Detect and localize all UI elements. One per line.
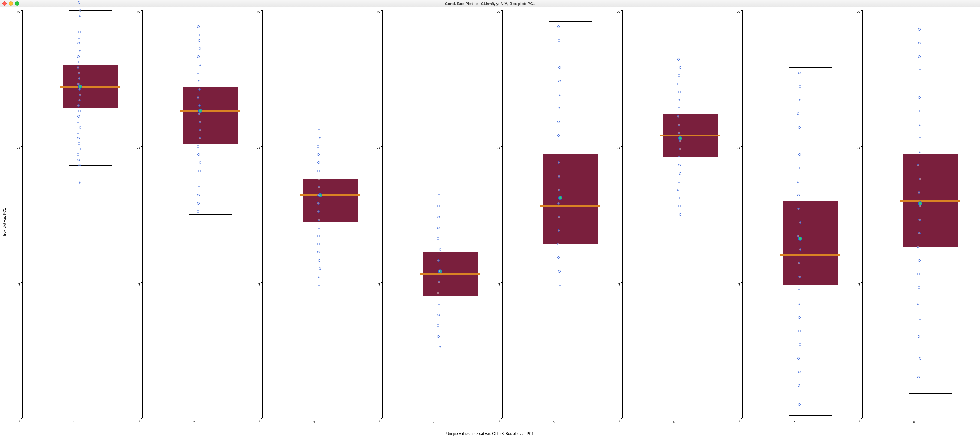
whisker-cap-high: [670, 57, 712, 57]
y-tick-label: 1: [737, 147, 740, 149]
panel-2: -9-4162: [134, 11, 254, 424]
data-point: [919, 178, 921, 180]
data-point: [678, 75, 680, 77]
y-tick-label: 1: [137, 147, 140, 149]
data-point: [79, 182, 81, 184]
data-point: [199, 34, 201, 36]
minimize-icon[interactable]: [9, 2, 13, 6]
panel-3: -9-4163: [254, 11, 374, 424]
data-point: [79, 15, 81, 17]
data-point: [558, 175, 560, 178]
data-point: [438, 270, 441, 273]
data-point: [317, 145, 319, 147]
y-tick-label: 1: [496, 147, 500, 149]
data-point: [197, 210, 199, 212]
data-point: [198, 39, 200, 42]
data-point: [798, 330, 800, 332]
data-point: [677, 58, 679, 60]
data-point: [799, 343, 801, 346]
data-point: [797, 235, 799, 237]
data-point: [799, 167, 802, 169]
data-point: [197, 202, 200, 205]
x-tick-label: 1: [73, 420, 75, 424]
panel-8: -9-4168: [854, 11, 974, 424]
data-point: [797, 303, 800, 305]
y-tick-label: 6: [496, 11, 500, 13]
data-point: [918, 191, 920, 194]
window-title: Cond. Box Plot - x: CLkm8, y: N/A, Box p…: [0, 2, 980, 6]
x-tick-label: 6: [673, 420, 675, 424]
data-point: [437, 227, 439, 229]
y-tick-mark: [741, 418, 742, 419]
data-point: [557, 202, 560, 205]
y-tick-mark: [861, 282, 862, 283]
data-point: [198, 105, 201, 107]
data-point: [917, 246, 920, 248]
data-point: [317, 235, 320, 237]
data-point: [558, 53, 560, 55]
data-point: [78, 61, 80, 63]
data-point: [199, 120, 201, 123]
data-point: [678, 99, 680, 101]
y-tick-mark: [501, 418, 502, 419]
data-point: [678, 107, 680, 109]
data-point: [198, 80, 200, 82]
y-tick-mark: [261, 146, 262, 147]
data-point: [558, 216, 560, 218]
data-point: [799, 248, 802, 251]
y-tick-mark: [261, 418, 262, 419]
data-point: [799, 99, 802, 101]
data-point: [797, 113, 799, 115]
iqr-box: [543, 154, 599, 244]
data-point: [197, 145, 199, 147]
axis: [142, 11, 254, 418]
data-point: [918, 96, 921, 99]
panel-1: -9-4161: [14, 11, 134, 424]
y-tick-label: -9: [497, 419, 501, 422]
data-point: [197, 25, 200, 28]
y-tick-label: -9: [257, 419, 261, 422]
mean-point: [558, 196, 562, 200]
y-tick-mark: [741, 146, 742, 147]
y-tick-mark: [501, 282, 502, 283]
data-point: [917, 303, 920, 305]
whisker-cap-low: [430, 353, 472, 353]
close-icon[interactable]: [2, 2, 6, 6]
data-point: [798, 289, 800, 292]
data-point: [799, 221, 802, 224]
axis: [502, 11, 614, 418]
data-point: [197, 72, 199, 74]
data-point: [557, 134, 560, 137]
y-tick-mark: [741, 282, 742, 283]
zoom-icon[interactable]: [15, 2, 19, 6]
data-point: [438, 194, 440, 197]
y-tick-label: -4: [857, 283, 861, 286]
data-point: [799, 276, 801, 278]
data-point: [679, 66, 681, 69]
whisker-cap-low: [910, 393, 952, 394]
data-point: [799, 86, 801, 88]
data-point: [918, 28, 921, 30]
data-point: [197, 178, 199, 180]
data-point: [197, 55, 200, 58]
data-point: [317, 194, 320, 197]
data-point: [199, 161, 201, 164]
data-point: [77, 105, 80, 107]
data-point: [318, 178, 320, 180]
data-point: [318, 227, 320, 229]
median-line: [301, 194, 360, 196]
panel-7: -9-4167: [734, 11, 854, 424]
data-point: [679, 140, 681, 142]
y-tick-mark: [141, 282, 142, 283]
data-point: [78, 72, 80, 74]
data-point: [78, 143, 80, 145]
whisker-cap-low: [549, 380, 592, 380]
y-tick-mark: [381, 146, 382, 147]
median-line: [660, 135, 721, 136]
data-point: [437, 335, 439, 338]
data-point: [318, 284, 320, 286]
data-point: [557, 243, 559, 245]
median-line: [180, 110, 240, 112]
data-point: [557, 120, 560, 123]
window-controls: [2, 2, 19, 6]
